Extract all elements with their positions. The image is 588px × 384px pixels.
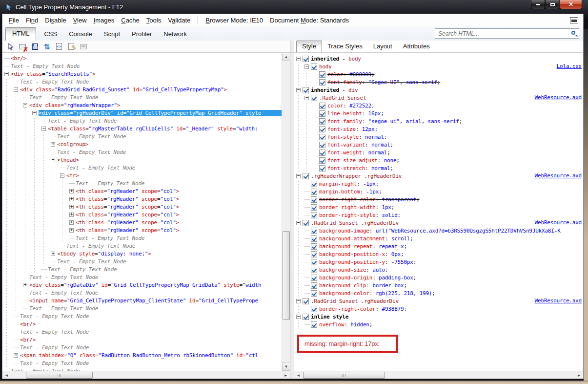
tree-row[interactable]: Text - Empty Text Node (2, 179, 282, 187)
panel-splitter[interactable] (290, 53, 294, 371)
tree-row[interactable]: Text - Empty Text Node (2, 367, 282, 371)
expand-icon[interactable]: + (23, 283, 27, 287)
collapse-icon[interactable]: − (296, 174, 301, 178)
menu-item-find[interactable]: Find (22, 15, 41, 25)
select-element-icon[interactable] (5, 42, 15, 51)
save-icon[interactable] (30, 42, 40, 51)
dom-tree-horizontal-scrollbar[interactable]: ◄ ► (2, 371, 290, 379)
menu-item-document-mode[interactable]: Document Mode: Standards (266, 15, 352, 25)
tree-row[interactable]: Text - Empty Text Node (2, 265, 282, 273)
tab-html[interactable]: HTML (5, 27, 36, 41)
property-checkbox[interactable] (311, 259, 317, 265)
property-checkbox[interactable] (319, 142, 325, 148)
collapse-icon[interactable]: − (32, 111, 37, 115)
pin-window-icon[interactable] (570, 17, 578, 23)
tree-row[interactable]: Text - Empty Text Node (2, 343, 282, 351)
style-row[interactable]: −bodyLola.css (294, 63, 583, 70)
property-checkbox[interactable] (311, 251, 317, 257)
style-row[interactable]: background-image: url("WebResource.axd?d… (294, 227, 583, 235)
tree-row[interactable]: +<th class="rgHeader" scope="col"> (2, 187, 282, 195)
style-row[interactable]: −.rgHeaderWrapper .rgHeaderDivWebResourc… (294, 172, 583, 180)
tab-network[interactable]: Network (158, 28, 193, 41)
style-row[interactable]: font-family: "segoe ui", arial, sans-ser… (294, 117, 583, 125)
tree-row[interactable]: <br/> (2, 54, 282, 62)
tree-row[interactable]: Text - Empty Text Node (2, 164, 282, 171)
maximize-button[interactable] (546, 0, 559, 9)
property-checkbox[interactable] (319, 165, 325, 171)
collapse-icon[interactable]: − (296, 299, 301, 303)
expand-icon[interactable]: + (69, 213, 74, 217)
style-row[interactable]: background-position-y: -7550px; (294, 258, 583, 266)
view-source-icon[interactable]: <> (54, 42, 64, 51)
tree-row[interactable]: +<span tabindex="0" class="RadButton Rad… (2, 351, 282, 359)
style-row[interactable]: font-stretch: normal; (294, 164, 583, 172)
style-row[interactable]: border-right-width: 1px; (294, 203, 583, 211)
tree-row[interactable]: Text - Empty Text Node (2, 234, 282, 242)
tree-row[interactable]: Text - Empty Text Node (2, 93, 282, 101)
property-checkbox[interactable] (311, 189, 317, 195)
property-checkbox[interactable] (303, 314, 309, 320)
style-panel-horizontal-scrollbar[interactable]: ◄ ► (294, 371, 583, 379)
style-row[interactable]: font-family: "Segoe UI", sans-serif; (294, 78, 583, 86)
tree-row[interactable]: <br/> (2, 320, 282, 328)
tab-style[interactable]: Style (296, 41, 322, 52)
tree-row[interactable]: Text - Empty Text Node (2, 359, 282, 367)
tab-trace-styles[interactable]: Trace Styles (322, 41, 368, 52)
style-row[interactable]: border-right-color: transparent; (294, 195, 583, 203)
tree-row[interactable]: +<tbody style="display: none;"> (2, 250, 282, 257)
scroll-right-icon[interactable]: ► (282, 371, 290, 379)
expand-icon[interactable]: + (69, 197, 74, 201)
style-row[interactable]: border-right-style: solid; (294, 211, 583, 219)
tree-row[interactable]: Text - Empty Text Node (2, 148, 282, 156)
property-checkbox[interactable] (303, 87, 309, 93)
dock-icon[interactable] (79, 42, 88, 51)
search-box[interactable] (435, 28, 579, 39)
property-checkbox[interactable] (311, 321, 317, 328)
property-checkbox[interactable] (319, 134, 325, 140)
tree-row[interactable]: Text - Empty Text Node (2, 242, 282, 250)
scroll-up-icon[interactable]: ▲ (282, 53, 290, 61)
style-row[interactable]: font-size: 12px; (294, 125, 583, 133)
collapse-icon[interactable]: − (304, 64, 309, 69)
property-checkbox[interactable] (319, 71, 325, 78)
property-checkbox[interactable] (319, 79, 325, 85)
property-checkbox[interactable] (311, 204, 317, 211)
tree-row[interactable]: −<thead> (2, 156, 282, 164)
expand-icon[interactable]: + (69, 189, 74, 193)
style-row[interactable]: font-weight: normal; (294, 149, 583, 156)
property-checkbox[interactable] (311, 282, 317, 289)
tree-row[interactable]: −<div class="rgHeaderWrapper"> (2, 101, 282, 109)
menu-item-view[interactable]: View (70, 15, 90, 25)
style-row[interactable]: −.RadGrid_Sunset .rgHeaderDivWebResource… (294, 219, 583, 227)
tree-row[interactable]: Text - Empty Text Node (2, 257, 282, 265)
style-row[interactable]: −.RadGrid_Sunset .rgHeaderDivWebResource… (294, 297, 583, 305)
collapse-icon[interactable]: − (23, 103, 27, 107)
menu-item-cache[interactable]: Cache (118, 15, 143, 25)
property-checkbox[interactable] (303, 173, 309, 179)
property-checkbox[interactable] (311, 95, 317, 101)
tree-row[interactable]: Text - Empty Text Node (2, 312, 282, 320)
disable-element-icon[interactable]: ✗ (18, 42, 27, 51)
property-checkbox[interactable] (311, 64, 317, 70)
tab-attributes[interactable]: Attributes (398, 41, 435, 52)
menu-item-tools[interactable]: Tools (143, 15, 164, 25)
menu-item-validate[interactable]: Validate (164, 15, 194, 25)
horizontal-scroll-thumb[interactable] (303, 372, 385, 379)
search-icon[interactable] (571, 31, 575, 35)
style-row[interactable]: font-size-adjust: none; (294, 156, 583, 164)
collapse-icon[interactable]: − (304, 96, 309, 100)
style-row[interactable]: −inherited - div (294, 86, 583, 94)
scroll-left-icon[interactable]: ◄ (294, 371, 303, 379)
property-checkbox[interactable] (319, 126, 325, 132)
property-checkbox[interactable] (319, 149, 325, 156)
property-checkbox[interactable] (319, 118, 325, 125)
style-row[interactable]: background-attachment: scroll; (294, 235, 583, 242)
style-row[interactable]: background-size: auto; (294, 266, 583, 274)
tree-row-selected[interactable]: −<div class="rgHeaderDiv" id="Grid_CellT… (2, 109, 282, 117)
tree-row[interactable]: +<th class="rgHeader" scope="col"> (2, 203, 282, 211)
style-row[interactable]: background-origin: padding-box; (294, 274, 583, 281)
close-button[interactable]: ✕ (560, 0, 582, 9)
expand-icon[interactable]: + (69, 220, 74, 225)
tree-row[interactable]: −<div class="RadGrid RadGrid_Sunset" id=… (2, 85, 282, 93)
expand-icon[interactable]: + (69, 205, 74, 209)
